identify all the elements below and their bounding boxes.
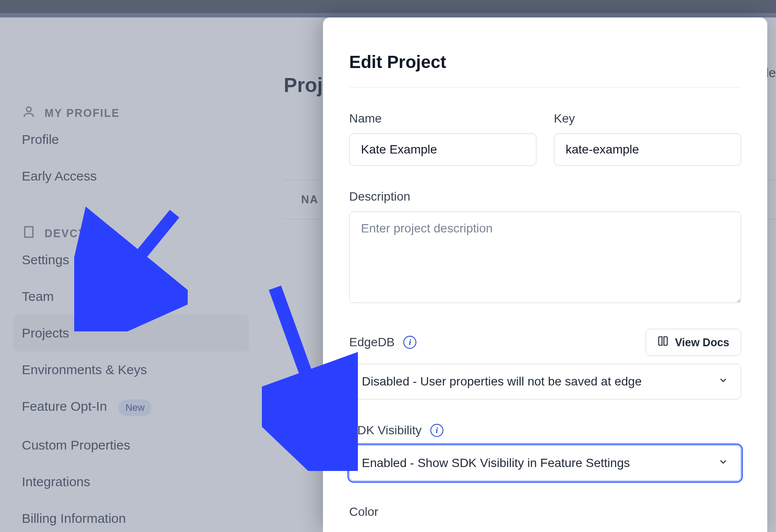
edit-project-panel: Edit Project Name Key Description EdgeDB… <box>323 17 767 532</box>
sidebar-item-label: Custom Properties <box>22 438 130 452</box>
sidebar-section-label: MY PROFILE <box>45 107 120 119</box>
svg-point-0 <box>27 107 31 112</box>
edgedb-label: EdgeDB <box>349 335 395 349</box>
key-input[interactable] <box>554 133 741 166</box>
svg-rect-1 <box>25 227 33 237</box>
sidebar-section-devcycle: DEVCYCLE <box>22 225 258 242</box>
color-label: Color <box>349 505 378 518</box>
sidebar-item-feature-opt-in[interactable]: Feature Opt-In New <box>22 388 258 427</box>
sdk-visibility-label: SDK Visibility <box>349 423 422 437</box>
name-label: Name <box>349 112 536 126</box>
edgedb-select-value: Disabled - User properties will not be s… <box>362 375 642 389</box>
sidebar-item-label: Environments & Keys <box>22 362 147 377</box>
sidebar-item-label: Projects <box>22 326 69 340</box>
sidebar-item-label: Feature Opt-In <box>22 399 107 413</box>
info-icon[interactable]: i <box>430 424 443 437</box>
view-docs-button[interactable]: View Docs <box>646 329 741 356</box>
description-field-wrapper: Description <box>349 190 741 305</box>
sidebar-item-label: Billing Information <box>22 511 126 525</box>
sidebar-item-label: Team <box>22 289 54 304</box>
sdk-visibility-select-value: Enabled - Show SDK Visibility in Feature… <box>362 456 630 470</box>
view-docs-label: View Docs <box>675 336 729 349</box>
key-field-wrapper: Key <box>554 112 741 166</box>
user-icon <box>22 105 36 121</box>
sidebar-section-my-profile: MY PROFILE <box>22 105 258 121</box>
sidebar-item-settings[interactable]: Settings <box>22 242 258 278</box>
sdk-visibility-select[interactable]: Enabled - Show SDK Visibility in Feature… <box>349 445 741 481</box>
sidebar-item-projects[interactable]: Projects <box>13 315 249 351</box>
chevron-down-icon <box>718 456 728 470</box>
sidebar-item-custom-properties[interactable]: Custom Properties <box>22 427 258 464</box>
top-bar-accent <box>0 13 776 17</box>
book-icon <box>657 335 669 349</box>
sidebar-item-early-access[interactable]: Early Access <box>22 158 258 194</box>
sidebar: MY PROFILE Profile Early Access DEVCYCLE… <box>0 17 258 532</box>
edgedb-select[interactable]: Disabled - User properties will not be s… <box>349 364 741 399</box>
new-badge: New <box>118 399 151 416</box>
description-textarea[interactable] <box>349 211 741 303</box>
top-bar <box>0 0 776 13</box>
key-label: Key <box>554 112 741 126</box>
info-icon[interactable]: i <box>403 336 416 349</box>
sidebar-item-label: Integrations <box>22 474 90 489</box>
name-field-wrapper: Name <box>349 112 536 166</box>
panel-title: Edit Project <box>349 52 741 88</box>
description-label: Description <box>349 190 741 204</box>
sidebar-item-team[interactable]: Team <box>22 278 258 315</box>
sidebar-section-label: DEVCYCLE <box>45 227 111 240</box>
sidebar-item-environments-keys[interactable]: Environments & Keys <box>22 351 258 388</box>
sidebar-item-label: Settings <box>22 252 69 267</box>
chevron-down-icon <box>718 375 728 389</box>
sidebar-item-integrations[interactable]: Integrations <box>22 464 258 500</box>
sdk-visibility-section: SDK Visibility i Enabled - Show SDK Visi… <box>349 423 741 481</box>
building-icon <box>22 225 36 242</box>
sidebar-item-billing-information[interactable]: Billing Information <box>22 500 258 532</box>
color-section: Color <box>349 505 741 519</box>
sidebar-item-profile[interactable]: Profile <box>22 121 258 158</box>
sidebar-item-label: Profile <box>22 132 59 147</box>
edgedb-section: EdgeDB i View Docs Disabled - User prope… <box>349 329 741 399</box>
name-input[interactable] <box>349 133 536 166</box>
sidebar-item-label: Early Access <box>22 169 97 183</box>
